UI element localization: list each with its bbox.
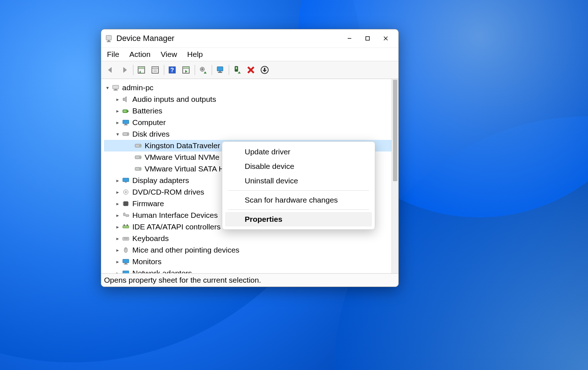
tree-item-mice[interactable]: ▸ Mice and other pointing devices	[104, 244, 392, 256]
display-adapter-icon	[121, 177, 130, 184]
svg-point-20	[202, 68, 203, 70]
svg-rect-34	[113, 90, 118, 91]
chevron-down-icon[interactable]: ▾	[104, 85, 111, 91]
properties-toolbar-button[interactable]	[149, 64, 162, 76]
svg-rect-37	[123, 110, 126, 112]
scrollbar-thumb[interactable]	[393, 80, 397, 181]
svg-rect-71	[125, 263, 127, 264]
disk-icon	[121, 130, 130, 138]
vertical-scrollbar[interactable]	[392, 79, 398, 273]
tree-label: IDE ATA/ATAPI controllers	[132, 223, 221, 231]
svg-rect-70	[123, 259, 129, 263]
chevron-right-icon[interactable]: ▸	[114, 108, 121, 114]
menu-help[interactable]: Help	[187, 50, 203, 59]
tree-item-disk-drives[interactable]: ▾ Disk drives	[104, 128, 392, 140]
chevron-right-icon[interactable]: ▸	[114, 201, 121, 207]
svg-rect-23	[219, 71, 221, 72]
menu-file[interactable]: File	[107, 50, 119, 59]
tree-label: Display adapters	[132, 176, 189, 185]
context-disable-device[interactable]: Disable device	[225, 159, 372, 174]
back-button[interactable]	[104, 64, 117, 76]
tree-label: Human Interface Devices	[132, 211, 218, 220]
context-scan-hardware[interactable]: Scan for hardware changes	[225, 193, 372, 207]
tree-label: Computer	[132, 118, 166, 127]
tree-label: Firmware	[132, 199, 164, 208]
chevron-right-icon[interactable]: ▸	[114, 120, 121, 125]
svg-point-42	[127, 134, 128, 135]
context-separator	[228, 209, 369, 210]
controller-icon	[121, 223, 130, 230]
network-icon	[121, 270, 130, 273]
tree-label: Network adapters	[132, 269, 192, 273]
svg-rect-11	[152, 67, 158, 68]
tree-item-batteries[interactable]: ▸ Batteries	[104, 105, 392, 117]
svg-rect-8	[138, 67, 145, 68]
svg-point-44	[140, 145, 141, 146]
svg-rect-40	[124, 125, 128, 125]
menu-action[interactable]: Action	[129, 50, 150, 59]
chevron-right-icon[interactable]: ▸	[114, 259, 121, 265]
chevron-right-icon[interactable]: ▸	[114, 270, 121, 273]
svg-rect-32	[113, 85, 119, 89]
svg-rect-0	[106, 36, 112, 40]
chevron-right-icon[interactable]: ▸	[114, 236, 121, 241]
speaker-icon	[121, 96, 130, 103]
titlebar[interactable]: Device Manager	[101, 29, 398, 47]
svg-rect-33	[115, 89, 117, 90]
svg-marker-27	[238, 71, 241, 74]
tree-item-computer[interactable]: ▸ Computer	[104, 117, 392, 128]
svg-point-48	[140, 169, 141, 170]
toolbar: ?	[101, 61, 398, 79]
chevron-right-icon[interactable]: ▸	[114, 212, 121, 218]
svg-rect-39	[125, 124, 127, 125]
minimize-button[interactable]	[340, 31, 359, 46]
svg-rect-26	[236, 67, 237, 69]
tree-label: Monitors	[132, 257, 162, 266]
disable-device-toolbar-button[interactable]	[231, 64, 244, 76]
chevron-right-icon[interactable]: ▸	[114, 178, 121, 183]
disk-icon	[134, 142, 142, 149]
battery-icon	[121, 107, 130, 115]
tree-root[interactable]: ▾ admin-pc	[104, 82, 392, 93]
tree-label: Batteries	[132, 107, 162, 115]
svg-rect-1	[108, 40, 110, 42]
enable-device-toolbar-button[interactable]	[214, 64, 227, 76]
scan-hardware-toolbar-button[interactable]	[179, 64, 192, 76]
context-uninstall-device[interactable]: Uninstall device	[225, 174, 372, 188]
monitor-icon	[121, 119, 130, 126]
tree-label: Keyboards	[132, 234, 169, 243]
forward-button[interactable]	[118, 64, 131, 76]
maximize-button[interactable]	[359, 31, 377, 46]
chevron-down-icon[interactable]: ▾	[114, 131, 121, 137]
svg-text:?: ?	[170, 67, 174, 73]
svg-marker-21	[204, 71, 207, 74]
context-properties[interactable]: Properties	[225, 212, 372, 226]
status-text: Opens property sheet for the current sel…	[104, 276, 261, 284]
tree-item-monitors[interactable]: ▸ Monitors	[104, 256, 392, 267]
svg-rect-50	[125, 182, 127, 183]
chevron-right-icon[interactable]: ▸	[114, 96, 121, 102]
tree-label: Disk drives	[132, 130, 170, 138]
update-driver-toolbar-button[interactable]	[196, 64, 210, 76]
chevron-right-icon[interactable]: ▸	[114, 247, 121, 253]
hid-icon	[121, 212, 130, 219]
svg-rect-2	[107, 41, 111, 42]
svg-point-52	[125, 191, 126, 192]
close-button[interactable]	[377, 31, 395, 46]
svg-rect-63	[124, 224, 125, 225]
svg-rect-53	[124, 201, 128, 206]
svg-marker-31	[262, 68, 267, 72]
menu-view[interactable]: View	[161, 50, 177, 59]
tree-item-network[interactable]: ▸ Network adapters	[104, 267, 392, 273]
chevron-right-icon[interactable]: ▸	[114, 224, 121, 230]
context-update-driver[interactable]: Update driver	[225, 145, 372, 159]
chevron-right-icon[interactable]: ▸	[114, 189, 121, 195]
svg-rect-64	[127, 224, 128, 225]
help-toolbar-button[interactable]: ?	[166, 64, 179, 76]
show-hide-tree-button[interactable]	[135, 64, 148, 76]
tree-item-audio[interactable]: ▸ Audio inputs and outputs	[104, 93, 392, 105]
add-legacy-hardware-button[interactable]	[258, 64, 271, 76]
uninstall-device-toolbar-button[interactable]	[244, 64, 257, 76]
tree-item-keyboards[interactable]: ▸ Keyboards	[104, 233, 392, 244]
computer-icon	[111, 84, 120, 91]
